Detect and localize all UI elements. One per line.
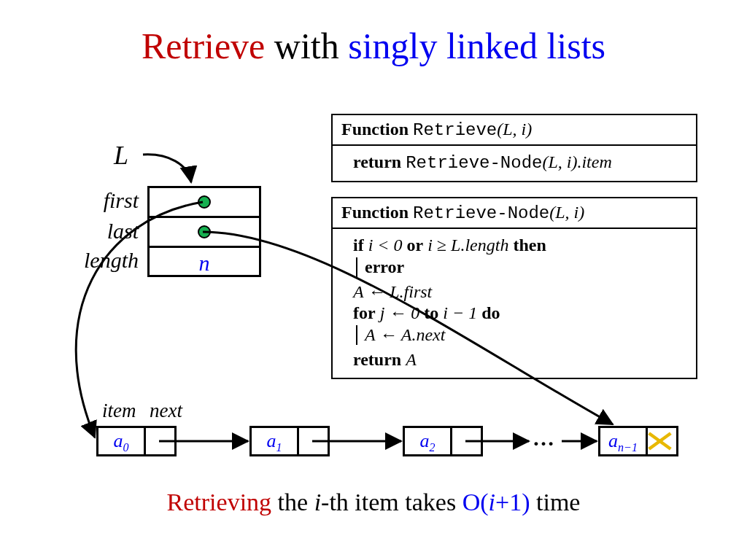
summary-time: time: [530, 489, 581, 516]
fn-name-retrieve-node: Retrieve-Node: [413, 203, 549, 223]
summary-the: the: [271, 489, 314, 516]
node-1-next: [295, 428, 328, 454]
call-args: (L, i): [542, 152, 577, 171]
summary-i: i: [314, 489, 321, 516]
function-body-retrieve-node: if i < 0 or i ≥ L.length then error A ← …: [333, 229, 696, 378]
slide-root: Retrieve with singly linked lists L n fi…: [0, 0, 747, 560]
node-0-next: [142, 428, 174, 454]
kw-to: to: [424, 303, 438, 322]
kw-do: do: [481, 303, 500, 322]
summary-takes: -th item takes: [321, 489, 462, 516]
node-2-item: a2: [405, 428, 452, 454]
fn-args-retrieve-node: (L, i): [549, 203, 584, 222]
stmt-a-first: A ← L.first: [353, 282, 432, 301]
list-handle-label: L: [114, 140, 128, 171]
cond-i-ge-len: i ≥ L.length: [427, 236, 508, 254]
kw-function: Function: [341, 120, 409, 139]
record-label-first: first: [80, 188, 139, 213]
slide-title: Retrieve with singly linked lists: [0, 25, 747, 67]
null-cross-icon: [643, 428, 676, 454]
record-row-first: [150, 188, 259, 218]
fn-name-retrieve: Retrieve: [413, 120, 497, 140]
kw-or: or: [407, 236, 424, 254]
ellipsis: …: [533, 426, 554, 451]
summary-retrieving: Retrieving: [167, 489, 272, 516]
list-node-1: a1: [249, 426, 330, 456]
title-part-sll: singly linked lists: [348, 26, 605, 66]
complexity-summary: Retrieving the i-th item takes O(i+1) ti…: [0, 489, 747, 516]
node-last-next-null: [643, 428, 676, 454]
function-header-retrieve: Function Retrieve(L, i): [333, 115, 696, 146]
field-item: .item: [577, 152, 611, 171]
node-2-next: [448, 428, 481, 454]
stmt-a-next: A ← A.next: [365, 325, 445, 344]
list-node-0: a0: [96, 426, 177, 456]
kw-for: for: [353, 303, 376, 322]
node-0-item: a0: [98, 428, 146, 454]
for-init: j ← 0: [380, 303, 420, 322]
title-part-with: with: [265, 26, 348, 66]
function-box-retrieve-node: Function Retrieve-Node(L, i) if i < 0 or…: [331, 197, 697, 379]
for-end: i − 1: [443, 303, 477, 322]
node-field-label-next: next: [150, 400, 182, 422]
function-box-retrieve: Function Retrieve(L, i) return Retrieve-…: [331, 114, 697, 182]
pointer-dot-last: [198, 225, 211, 238]
kw-then: then: [513, 236, 546, 254]
node-1-item: a1: [252, 428, 299, 454]
summary-bigO: O(i+1): [462, 489, 530, 516]
function-header-retrieve-node: Function Retrieve-Node(L, i): [333, 198, 696, 229]
kw-if: if: [353, 236, 364, 254]
record-row-length: n: [150, 248, 259, 278]
return-A: A: [406, 350, 417, 369]
function-body-retrieve: return Retrieve-Node(L, i).item: [333, 146, 696, 181]
record-row-last: [150, 218, 259, 248]
stmt-error: error: [365, 257, 404, 276]
kw-return: return: [353, 152, 401, 171]
record-label-last: last: [80, 219, 139, 244]
list-node-2: a2: [403, 426, 483, 456]
list-record-box: n: [147, 186, 261, 277]
title-part-retrieve: Retrieve: [142, 26, 265, 66]
node-field-label-item: item: [102, 400, 136, 422]
pointer-dot-first: [198, 195, 211, 209]
record-length-value: n: [150, 251, 259, 276]
cond-i-lt-0: i < 0: [368, 236, 403, 254]
kw-function2: Function: [341, 203, 409, 222]
node-last-item: an−1: [600, 428, 648, 454]
record-label-length: length: [66, 248, 139, 273]
kw-return2: return: [353, 350, 401, 369]
fn-args-retrieve: (L, i): [497, 120, 532, 139]
call-retrieve-node: Retrieve-Node: [406, 153, 542, 173]
list-node-last: an−1: [598, 426, 678, 456]
